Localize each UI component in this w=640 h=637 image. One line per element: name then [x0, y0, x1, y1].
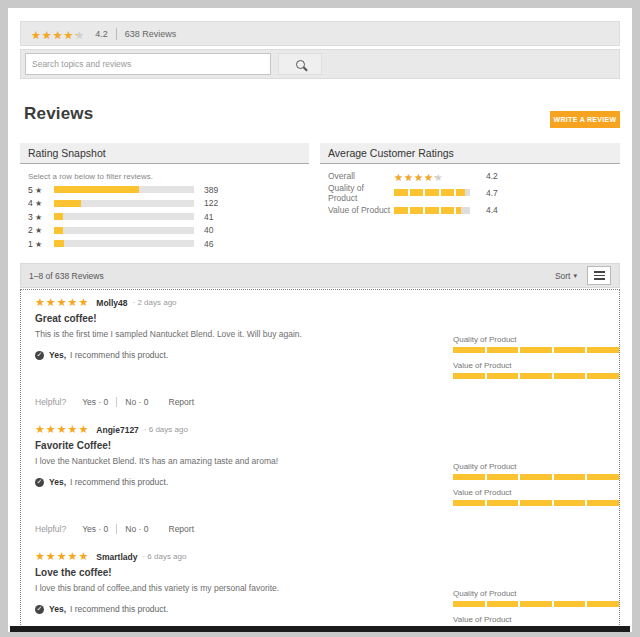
- reviews-count-link[interactable]: 638 Reviews: [125, 29, 177, 39]
- value-rating-bar: [394, 207, 470, 214]
- rating-filter-row-5[interactable]: 5 ★ 389: [28, 183, 305, 197]
- review-date: · 2 days ago: [133, 298, 177, 307]
- divider: [116, 28, 117, 40]
- value-avg-value: 4.4: [486, 205, 498, 215]
- stars-fill: ★★★★★: [394, 168, 436, 184]
- helpful-row: Helpful? Yes · 0 No · 0 Report: [35, 524, 194, 534]
- rating-count: 46: [204, 239, 213, 249]
- star-icon: ★: [35, 199, 42, 208]
- helpful-row: Helpful? Yes · 0 No · 0 Report: [35, 397, 194, 407]
- rating-filter-row-2[interactable]: 2 ★ 40: [28, 224, 305, 238]
- overall-stars: ★★★★★ ★★★★★: [31, 26, 85, 42]
- rating-filter-row-1[interactable]: 1 ★ 46: [28, 237, 305, 251]
- quality-bar: [453, 601, 619, 607]
- overall-rating-row: Overall ★★★★★ ★★★★★ 4.2: [328, 167, 612, 184]
- reviews-page: ★★★★★ ★★★★★ 4.2 638 Reviews Reviews WRIT…: [8, 8, 632, 632]
- helpful-no-button[interactable]: No · 0: [125, 524, 148, 534]
- review-body: This is the first time I sampled Nantuck…: [35, 329, 445, 339]
- quality-rating-row: Quality of Product 4.7: [328, 184, 612, 201]
- review-item: ★★★★★ Molly48 · 2 days ago Great coffee!…: [21, 297, 619, 424]
- helpful-yes-button[interactable]: Yes · 0: [82, 397, 108, 407]
- stars-filled-icon: ★★★★★: [394, 172, 436, 183]
- helpful-yes-button[interactable]: Yes · 0: [82, 524, 108, 534]
- rating-count: 389: [204, 185, 218, 195]
- review-sub-ratings: Quality of Product Value of Product: [453, 335, 619, 387]
- review-range-label: 1–8 of 638 Reviews: [29, 271, 104, 281]
- recommend-row: ✓ Yes, I recommend this product.: [35, 604, 168, 614]
- menu-icon: [594, 271, 605, 280]
- review-username: Angie7127: [96, 425, 139, 435]
- review-date: · 6 days ago: [144, 425, 188, 434]
- review-list-header: 1–8 of 638 Reviews Sort ▾: [20, 263, 620, 288]
- star-icon: ★: [35, 186, 42, 195]
- rating-bars: 5 ★ 389 4 ★ 122 3 ★ 41 2 ★ 40: [28, 183, 305, 251]
- rating-bar-fill: [54, 240, 64, 247]
- summary-bar: ★★★★★ ★★★★★ 4.2 638 Reviews: [20, 21, 620, 46]
- page-title: Reviews: [24, 104, 93, 124]
- quality-avg-value: 4.7: [486, 188, 498, 198]
- check-icon: ✓: [35, 351, 44, 360]
- report-button[interactable]: Report: [169, 524, 195, 534]
- value-bar: [453, 500, 619, 506]
- review-body: I love the Nantucket Blend. It's has an …: [35, 456, 445, 466]
- stars-fill: ★★★★★: [31, 26, 77, 42]
- review-item: ★★★★★ Angie7127 · 6 days ago Favorite Co…: [21, 424, 619, 551]
- rating-bar-fill: [54, 186, 139, 193]
- check-icon: ✓: [35, 478, 44, 487]
- rating-filter-row-4[interactable]: 4 ★ 122: [28, 197, 305, 211]
- average-ratings-title: Average Customer Ratings: [320, 143, 620, 164]
- filter-hint: Select a row below to filter reviews.: [28, 172, 153, 181]
- bottom-fold-bar: [10, 626, 630, 632]
- quality-rating-bar: [394, 189, 470, 196]
- review-username: Molly48: [96, 298, 127, 308]
- page-frame: ★★★★★ ★★★★★ 4.2 638 Reviews Reviews WRIT…: [0, 0, 640, 637]
- review-title: Great coffee!: [35, 313, 97, 324]
- star-icon: ★: [35, 226, 42, 235]
- rating-bar-track: [54, 240, 194, 247]
- rating-bar-fill: [54, 227, 63, 234]
- rating-filter-row-3[interactable]: 3 ★ 41: [28, 210, 305, 224]
- search-icon: [296, 60, 305, 69]
- review-title: Love the coffee!: [35, 567, 112, 578]
- rating-count: 122: [204, 198, 218, 208]
- rating-snapshot-panel: Rating Snapshot Select a row below to fi…: [20, 143, 309, 255]
- star-icon: ★: [35, 213, 42, 222]
- recommend-row: ✓ Yes, I recommend this product.: [35, 477, 168, 487]
- value-bar: [453, 373, 619, 379]
- check-icon: ✓: [35, 605, 44, 614]
- search-input[interactable]: [25, 53, 271, 75]
- value-rating-row: Value of Product 4.4: [328, 202, 612, 219]
- rating-count: 41: [204, 212, 213, 222]
- overall-avg-value: 4.2: [486, 171, 498, 181]
- overall-rating-value: 4.2: [95, 29, 108, 39]
- average-ratings-panel: Average Customer Ratings Overall ★★★★★ ★…: [320, 143, 620, 255]
- chevron-down-icon: ▾: [573, 272, 577, 280]
- search-bar: [20, 49, 620, 79]
- review-sub-ratings: Quality of Product Value of Product: [453, 462, 619, 514]
- write-review-button[interactable]: WRITE A REVIEW: [550, 111, 620, 128]
- stars-filled-icon: ★★★★★: [31, 29, 77, 41]
- rating-snapshot-title: Rating Snapshot: [20, 143, 309, 164]
- search-button[interactable]: [278, 53, 322, 75]
- rating-count: 40: [204, 225, 213, 235]
- review-date: · 6 days ago: [142, 552, 186, 561]
- review-stars-icon: ★★★★★: [35, 424, 89, 435]
- rating-bar-track: [54, 227, 194, 234]
- rating-bar-track: [54, 200, 194, 207]
- review-list: ★★★★★ Molly48 · 2 days ago Great coffee!…: [20, 289, 620, 627]
- rating-bar-track: [54, 213, 194, 220]
- rating-bar-track: [54, 186, 194, 193]
- review-stars-icon: ★★★★★: [35, 297, 89, 308]
- quality-bar: [453, 347, 619, 353]
- review-title: Favorite Coffee!: [35, 440, 111, 451]
- rating-bar-fill: [54, 213, 63, 220]
- review-sub-ratings: Quality of Product Value of Product: [453, 589, 619, 627]
- list-options-button[interactable]: [587, 266, 611, 285]
- review-stars-icon: ★★★★★: [35, 551, 89, 562]
- sort-dropdown[interactable]: Sort ▾: [555, 271, 577, 281]
- review-username: Smartlady: [96, 552, 137, 562]
- quality-bar: [453, 474, 619, 480]
- report-button[interactable]: Report: [169, 397, 195, 407]
- star-icon: ★: [35, 240, 42, 249]
- helpful-no-button[interactable]: No · 0: [125, 397, 148, 407]
